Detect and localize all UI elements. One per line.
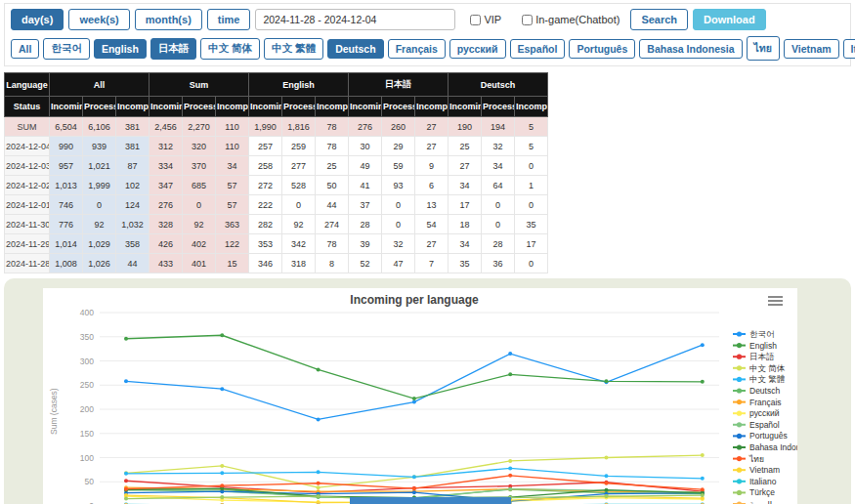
legend-item-12[interactable]: Vietnam bbox=[733, 465, 780, 475]
table-cell: 92 bbox=[83, 215, 116, 234]
table-cell: 29 bbox=[382, 137, 415, 156]
legend-item-0[interactable]: 한국어 bbox=[733, 329, 775, 339]
legend-label: Deutsch bbox=[749, 386, 780, 396]
language-filter-10[interactable]: Português bbox=[569, 39, 635, 59]
vip-checkbox-input[interactable] bbox=[470, 15, 481, 25]
table-row: 2024-11-291,0141,02935842640212235334278… bbox=[5, 234, 548, 254]
table-cell: 312 bbox=[150, 137, 183, 156]
table-header-status: Status bbox=[5, 97, 50, 117]
legend-label: Italiano bbox=[749, 477, 777, 486]
table-cell: 50 bbox=[316, 176, 349, 195]
legend-item-4[interactable]: 中文 繁體 bbox=[733, 374, 786, 384]
language-filter-6[interactable]: Deutsch bbox=[327, 39, 383, 59]
table-group-header-1: Sum bbox=[150, 73, 249, 97]
table-cell: 1,013 bbox=[50, 176, 83, 195]
table-cell: 0 bbox=[515, 254, 548, 273]
language-filter-1[interactable]: 한국어 bbox=[43, 38, 90, 60]
table-row: 2024-12-021,0131,99910234768557272528504… bbox=[5, 176, 548, 195]
language-filter-14[interactable]: Italiano bbox=[843, 39, 855, 59]
legend-item-15[interactable]: العربية bbox=[733, 499, 772, 504]
table-cell: 0 bbox=[83, 195, 116, 215]
table-cell: 320 bbox=[183, 137, 216, 156]
legend-item-2[interactable]: 日本語 bbox=[733, 352, 775, 361]
table-cell: 381 bbox=[116, 117, 150, 137]
table-cell: 36 bbox=[482, 254, 515, 273]
table-cell: 25 bbox=[449, 137, 482, 156]
table-cell: 401 bbox=[183, 254, 216, 273]
y-tick-label: 100 bbox=[80, 453, 94, 463]
table-cell: 27 bbox=[415, 234, 449, 254]
period-button-group: day(s)week(s)month(s)time bbox=[11, 9, 250, 30]
table-cell: 334 bbox=[150, 156, 183, 176]
legend-item-9[interactable]: Português bbox=[733, 431, 788, 441]
table-cell: 32 bbox=[382, 234, 415, 254]
table-cell: 346 bbox=[249, 254, 282, 273]
table-cell: 92 bbox=[282, 215, 316, 234]
legend-item-5[interactable]: Deutsch bbox=[733, 386, 780, 396]
table-cell: 6 bbox=[415, 176, 449, 195]
legend-item-3[interactable]: 中文 简体 bbox=[733, 363, 786, 373]
table-cell: 34 bbox=[449, 176, 482, 195]
download-button[interactable]: Download bbox=[693, 9, 766, 30]
table-cell: 25 bbox=[316, 156, 349, 176]
table-cell: 34 bbox=[449, 234, 482, 254]
table-cell: 433 bbox=[150, 254, 183, 273]
legend-item-10[interactable]: Bahasa Indonesia bbox=[733, 442, 797, 452]
table-cell: 5 bbox=[515, 137, 548, 156]
table-cell: 363 bbox=[216, 215, 249, 234]
table-cell: 47 bbox=[382, 254, 415, 273]
legend-item-1[interactable]: English bbox=[733, 341, 777, 351]
language-filter-13[interactable]: Vietnam bbox=[784, 39, 839, 59]
table-row: 2024-12-04990939381312320110257259783029… bbox=[5, 137, 548, 156]
table-cell: 272 bbox=[249, 176, 282, 195]
horizontal-scrollbar-thumb[interactable] bbox=[350, 497, 511, 504]
table-cell: 1,014 bbox=[50, 234, 83, 254]
period-button-1[interactable]: week(s) bbox=[68, 9, 129, 30]
language-filter-4[interactable]: 中文 简体 bbox=[200, 38, 260, 60]
table-cell: 957 bbox=[50, 156, 83, 176]
y-tick-label: 150 bbox=[80, 429, 94, 439]
table-cell: 18 bbox=[449, 215, 482, 234]
table-subheader-1-1: Process bbox=[183, 97, 216, 117]
legend-item-11[interactable]: ไทย bbox=[733, 454, 764, 464]
legend-item-13[interactable]: Italiano bbox=[733, 477, 777, 486]
table-cell: 110 bbox=[216, 117, 249, 137]
language-filter-0[interactable]: All bbox=[11, 39, 39, 59]
period-button-2[interactable]: month(s) bbox=[135, 9, 202, 30]
date-range-input[interactable] bbox=[255, 9, 455, 30]
legend-item-14[interactable]: Türkçe bbox=[733, 487, 775, 497]
language-filter-8[interactable]: русский bbox=[449, 39, 506, 59]
language-filter-3[interactable]: 日本語 bbox=[150, 38, 197, 60]
table-cell: 93 bbox=[382, 176, 415, 195]
legend-item-6[interactable]: Français bbox=[733, 398, 782, 407]
language-filter-9[interactable]: Español bbox=[510, 39, 566, 59]
vip-checkbox[interactable]: VIP bbox=[470, 14, 501, 25]
legend-label: العربية bbox=[749, 499, 772, 504]
ingame-chatbot-checkbox[interactable]: In-game(Chatbot) bbox=[522, 14, 620, 25]
language-filter-2[interactable]: English bbox=[94, 39, 147, 59]
vip-checkbox-label: VIP bbox=[484, 14, 501, 25]
table-subheader-2-0: Incoming bbox=[249, 97, 282, 117]
legend-label: 日本語 bbox=[749, 352, 775, 361]
row-label: 2024-12-03 bbox=[5, 156, 50, 176]
table-cell: 1,990 bbox=[249, 117, 282, 137]
period-button-3[interactable]: time bbox=[207, 9, 251, 30]
language-filter-12[interactable]: ไทย bbox=[747, 36, 780, 61]
table-cell: 1 bbox=[515, 176, 548, 195]
table-row: 2024-11-30776921,03232892363282922742805… bbox=[5, 215, 548, 234]
language-filter-7[interactable]: Français bbox=[388, 39, 446, 59]
legend-item-8[interactable]: Español bbox=[733, 420, 780, 430]
language-filter-5[interactable]: 中文 繁體 bbox=[264, 38, 323, 60]
period-button-0[interactable]: day(s) bbox=[11, 9, 64, 30]
row-label: 2024-12-01 bbox=[5, 195, 50, 215]
table-cell: 746 bbox=[50, 195, 83, 215]
search-button[interactable]: Search bbox=[630, 9, 688, 30]
table-cell: 35 bbox=[449, 254, 482, 273]
table-cell: 2,456 bbox=[150, 117, 183, 137]
chart-menu-icon[interactable] bbox=[768, 296, 783, 306]
chart-title: Incoming per language bbox=[350, 293, 479, 307]
ingame-chatbot-checkbox-input[interactable] bbox=[522, 15, 533, 25]
incoming-per-language-chart: Incoming per language0501001502002503003… bbox=[43, 288, 797, 504]
legend-item-7[interactable]: русский bbox=[733, 408, 780, 418]
language-filter-11[interactable]: Bahasa Indonesia bbox=[639, 39, 742, 59]
